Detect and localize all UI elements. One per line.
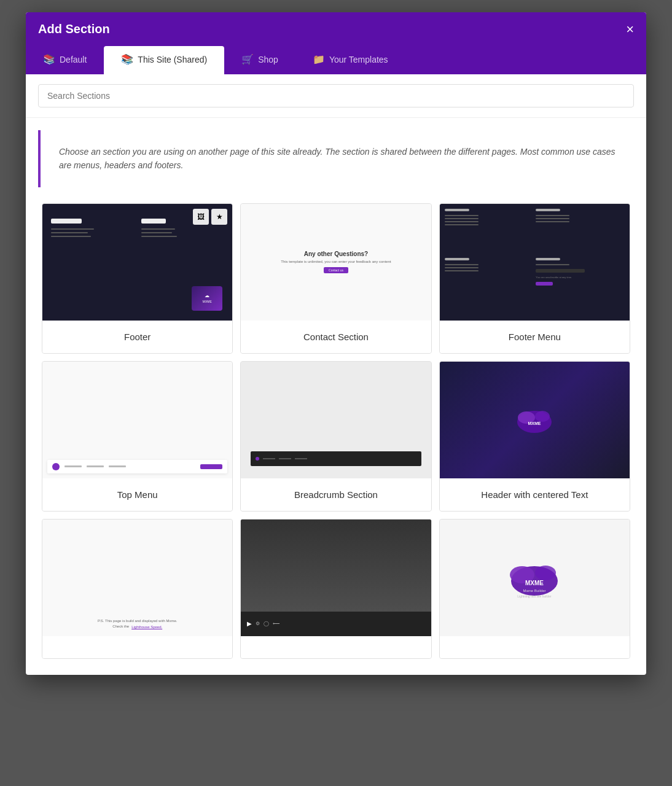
section-card-video[interactable]: ▶ ⚙ ◯ ⟵ — [240, 519, 431, 659]
section-card-top-menu[interactable]: Top Menu — [42, 361, 233, 512]
default-tab-icon: 📚 — [43, 53, 55, 65]
tab-shop[interactable]: 🛒 Shop — [224, 46, 295, 74]
tabs-bar: 📚 Default 📚 This Site (Shared) 🛒 Shop 📁 … — [26, 46, 646, 74]
add-section-modal: Add Section × 📚 Default 📚 This Site (Sha… — [26, 12, 646, 675]
footer-text-line1: P.S. This page is build and displayed wi… — [98, 619, 178, 623]
section-card-footer-menu[interactable]: You can unsubscribe at any time. Footer … — [439, 203, 630, 354]
tab-this-site-label: This Site (Shared) — [138, 55, 207, 64]
video-card-label — [241, 636, 431, 658]
video-preview: ▶ ⚙ ◯ ⟵ — [241, 519, 431, 636]
tab-your-templates[interactable]: 📁 Your Templates — [295, 46, 405, 74]
footer-image-icon[interactable]: 🖼 — [193, 209, 209, 225]
contact-text-mini: This template is unlimited, you can ente… — [281, 260, 391, 263]
footer-card-icons: 🖼 ★ — [193, 209, 227, 225]
breadcrumb-preview — [241, 362, 431, 478]
shop-tab-icon: 🛒 — [241, 53, 254, 65]
tab-your-templates-label: Your Templates — [329, 55, 388, 64]
tab-default-label: Default — [60, 55, 87, 64]
top-menu-card-label: Top Menu — [42, 478, 232, 511]
svg-text:Lightning fast site builder: Lightning fast site builder — [518, 594, 552, 598]
contact-preview: Any other Questions? This template is un… — [241, 204, 431, 321]
section-card-footer[interactable]: ☁MXME 🖼 ★ Footer — [42, 203, 233, 354]
info-block: Choose an section you are using on anoth… — [38, 130, 634, 187]
logo-svg: MXME — [513, 400, 556, 437]
svg-point-2 — [535, 411, 550, 422]
tab-this-site[interactable]: 📚 This Site (Shared) — [104, 46, 224, 74]
tab-shop-label: Shop — [258, 55, 278, 64]
contact-card-label: Contact Section — [241, 321, 431, 353]
modal-header: Add Section × — [26, 12, 646, 46]
header-centered-preview: MXME — [440, 362, 630, 478]
footer-card-label: Footer — [42, 321, 232, 353]
close-button[interactable]: × — [626, 23, 634, 36]
section-card-header-centered[interactable]: MXME Header with centered Text — [439, 361, 630, 512]
logo-card-label — [440, 636, 630, 658]
svg-text:Mame Builder: Mame Builder — [523, 589, 546, 593]
search-bar — [26, 74, 646, 118]
footer-text-card-label — [42, 636, 232, 658]
svg-text:MXME: MXME — [528, 421, 541, 426]
info-text: Choose an section you are using on anoth… — [59, 145, 615, 173]
footer-check-text: Check the — [112, 625, 129, 628]
templates-tab-icon: 📁 — [313, 53, 325, 65]
footer-preview: ☁MXME 🖼 ★ — [42, 204, 232, 321]
footer-star-icon[interactable]: ★ — [211, 209, 227, 225]
section-card-logo[interactable]: MXME Mame Builder Lightning fast site bu… — [439, 519, 630, 659]
footer-text-preview: P.S. This page is build and displayed wi… — [42, 519, 232, 636]
breadcrumb-card-label: Breadcrumb Section — [241, 478, 431, 511]
this-site-tab-icon: 📚 — [121, 53, 133, 65]
footer-lighthouse-link[interactable]: Lighthouse Speed. — [131, 625, 162, 629]
logo-preview: MXME Mame Builder Lightning fast site bu… — [440, 519, 630, 636]
footer-menu-preview: You can unsubscribe at any time. — [440, 204, 630, 321]
top-menu-preview — [42, 362, 232, 478]
mxme-logo-svg: MXME Mame Builder Lightning fast site bu… — [504, 553, 565, 602]
header-centered-card-label: Header with centered Text — [440, 478, 630, 511]
section-card-contact[interactable]: Any other Questions? This template is un… — [240, 203, 431, 354]
footer-menu-card-label: Footer Menu — [440, 321, 630, 353]
svg-text:MXME: MXME — [525, 580, 544, 586]
section-card-footer-text[interactable]: P.S. This page is build and displayed wi… — [42, 519, 233, 659]
search-input[interactable] — [38, 84, 634, 107]
sections-grid: ☁MXME 🖼 ★ Footer Any other Questions? Th… — [26, 193, 646, 675]
contact-btn-mini: Contact us — [324, 267, 348, 273]
section-card-breadcrumb[interactable]: Breadcrumb Section — [240, 361, 431, 512]
tm-logo — [52, 463, 60, 470]
tab-default[interactable]: 📚 Default — [26, 46, 104, 74]
contact-title-mini: Any other Questions? — [304, 251, 368, 257]
svg-point-6 — [535, 566, 556, 580]
modal-title: Add Section — [38, 22, 110, 36]
